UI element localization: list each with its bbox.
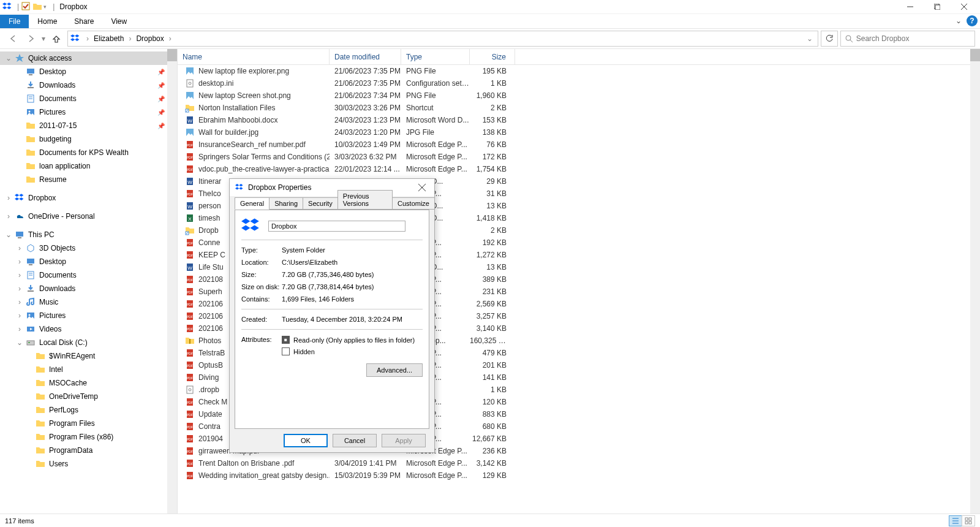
- pdf-icon: PDF: [185, 446, 195, 456]
- folder-name-input[interactable]: [268, 221, 405, 232]
- nav-pinned-item[interactable]: 2011-07-15 📌: [0, 119, 177, 132]
- hidden-checkbox[interactable]: [282, 347, 290, 355]
- qat-folder-icon[interactable]: [32, 2, 42, 12]
- file-row[interactable]: Wall for builder.jpg 24/03/2023 1:20 PM …: [178, 126, 980, 138]
- nav-disk-folder[interactable]: Users: [0, 457, 177, 471]
- col-name[interactable]: Name: [178, 49, 330, 64]
- file-row[interactable]: PDFInsuranceSearch_ref number.pdf 10/03/…: [178, 138, 980, 151]
- tab-security[interactable]: Security: [303, 197, 338, 210]
- apply-button[interactable]: Apply: [382, 434, 426, 447]
- nav-recent-item[interactable]: budgeting: [0, 132, 177, 146]
- expand-icon[interactable]: ›: [16, 284, 23, 293]
- address-bar[interactable]: › Elizabeth › Dropbox › ⌄: [67, 31, 818, 47]
- nav-quick-access[interactable]: ⌄ Quick access: [0, 51, 177, 65]
- nav-disk-folder[interactable]: PerfLogs: [0, 403, 177, 417]
- nav-dropbox[interactable]: › Dropbox: [0, 191, 177, 205]
- expand-icon[interactable]: ⌄: [5, 54, 12, 63]
- forward-button[interactable]: [22, 30, 39, 47]
- nav-this-pc[interactable]: ⌄ This PC: [0, 228, 177, 241]
- cancel-button[interactable]: Cancel: [333, 434, 377, 447]
- nav-pc-item[interactable]: › Videos: [0, 322, 177, 336]
- advanced-button[interactable]: Advanced...: [366, 363, 423, 377]
- dialog-close-button[interactable]: [415, 180, 429, 195]
- nav-disk-folder[interactable]: ProgramData: [0, 444, 177, 457]
- ribbon-expand-icon[interactable]: ⌄: [956, 17, 962, 25]
- nav-pc-item[interactable]: › Documents: [0, 268, 177, 282]
- nav-pc-item[interactable]: › Music: [0, 295, 177, 309]
- nav-disk-folder[interactable]: Program Files: [0, 417, 177, 430]
- nav-disk-folder[interactable]: MSOCache: [0, 376, 177, 390]
- file-row[interactable]: PDFTrent Dalton on Brisbane .pdf 3/04/20…: [178, 457, 980, 469]
- file-row[interactable]: PDFSpringers Solar Terms and Conditions …: [178, 151, 980, 163]
- minimize-button[interactable]: [897, 0, 924, 13]
- breadcrumb-seg-0[interactable]: Elizabeth: [91, 34, 126, 43]
- recent-dropdown-icon[interactable]: ▾: [39, 30, 48, 47]
- dialog-title-bar[interactable]: Dropbox Properties: [230, 179, 434, 196]
- nav-pinned-item[interactable]: Downloads 📌: [0, 78, 177, 92]
- svg-line-7: [850, 40, 853, 42]
- back-button[interactable]: [5, 30, 22, 47]
- nav-pc-item[interactable]: › Downloads: [0, 282, 177, 295]
- nav-pinned-item[interactable]: Desktop 📌: [0, 65, 177, 78]
- readonly-checkbox[interactable]: [282, 336, 290, 344]
- tab-general[interactable]: General: [235, 197, 270, 210]
- nav-scrollbar[interactable]: [167, 49, 177, 514]
- ribbon-tab-view[interactable]: View: [102, 15, 135, 28]
- nav-pc-item[interactable]: › 3D Objects: [0, 241, 177, 255]
- ribbon-tab-share[interactable]: Share: [66, 15, 102, 28]
- search-box[interactable]: [840, 31, 975, 47]
- expand-icon[interactable]: ›: [5, 194, 12, 202]
- qat-dropdown-icon[interactable]: ▾: [43, 4, 47, 10]
- nav-disk-folder[interactable]: $WinREAgent: [0, 349, 177, 363]
- expand-icon[interactable]: ›: [16, 257, 23, 266]
- nav-recent-item[interactable]: Resume: [0, 173, 177, 186]
- col-size[interactable]: Size: [470, 49, 515, 64]
- ok-button[interactable]: OK: [284, 434, 328, 447]
- qat-save-icon[interactable]: [21, 2, 31, 12]
- thumbnails-view-button[interactable]: [962, 515, 975, 526]
- tab-previous-versions[interactable]: Previous Versions: [337, 190, 393, 210]
- breadcrumb-seg-1[interactable]: Dropbox: [134, 34, 166, 43]
- nav-disk-folder[interactable]: Intel: [0, 363, 177, 376]
- expand-icon[interactable]: ⌄: [5, 230, 12, 239]
- nav-pc-item[interactable]: › Pictures: [0, 309, 177, 322]
- nav-pc-item[interactable]: ⌄ Local Disk (C:): [0, 336, 177, 349]
- help-button[interactable]: ?: [967, 15, 978, 26]
- expand-icon[interactable]: ›: [16, 244, 23, 252]
- nav-recent-item[interactable]: Documents for KPS Wealth: [0, 146, 177, 159]
- refresh-button[interactable]: [821, 31, 838, 47]
- nav-pinned-item[interactable]: Documents 📌: [0, 92, 177, 105]
- nav-pinned-item[interactable]: Pictures 📌: [0, 105, 177, 119]
- ribbon-tab-home[interactable]: Home: [29, 15, 66, 28]
- expand-icon[interactable]: ›: [5, 212, 12, 221]
- expand-icon[interactable]: ⌄: [16, 338, 23, 347]
- address-dropdown-icon[interactable]: ⌄: [804, 34, 815, 43]
- search-input[interactable]: [856, 34, 971, 43]
- file-row[interactable]: PDFvdoc.pub_the-creative-lawyer-a-practi…: [178, 163, 980, 175]
- tab-customize[interactable]: Customize: [392, 197, 435, 210]
- details-view-button[interactable]: [949, 515, 962, 526]
- expand-icon[interactable]: ›: [16, 311, 23, 320]
- file-row[interactable]: PDFWedding invitation_great gatsby desig…: [178, 469, 980, 482]
- content-scrollbar[interactable]: [970, 49, 980, 514]
- nav-onedrive[interactable]: › OneDrive - Personal: [0, 210, 177, 223]
- up-button[interactable]: [48, 30, 65, 47]
- file-row[interactable]: Norton Installation Files 30/03/2023 3:2…: [178, 102, 980, 114]
- expand-icon[interactable]: ›: [16, 271, 23, 279]
- file-row[interactable]: WEbrahim Mahboobi.docx 24/03/2023 1:23 P…: [178, 114, 980, 126]
- file-row[interactable]: desktop.ini 21/06/2023 7:35 PM Configura…: [178, 77, 980, 89]
- nav-pc-item[interactable]: › Desktop: [0, 255, 177, 268]
- ribbon-tab-file[interactable]: File: [0, 15, 29, 28]
- close-button[interactable]: [951, 0, 978, 13]
- nav-recent-item[interactable]: loan application: [0, 159, 177, 173]
- col-date[interactable]: Date modified: [330, 49, 401, 64]
- col-type[interactable]: Type: [401, 49, 470, 64]
- expand-icon[interactable]: ›: [16, 298, 23, 306]
- nav-disk-folder[interactable]: OneDriveTemp: [0, 390, 177, 403]
- nav-disk-folder[interactable]: Program Files (x86): [0, 430, 177, 444]
- file-row[interactable]: New laptop file explorer.png 21/06/2023 …: [178, 65, 980, 77]
- expand-icon[interactable]: ›: [16, 325, 23, 333]
- tab-sharing[interactable]: Sharing: [269, 197, 303, 210]
- maximize-button[interactable]: [924, 0, 951, 13]
- file-row[interactable]: New laptop Screen shot.png 21/06/2023 7:…: [178, 89, 980, 102]
